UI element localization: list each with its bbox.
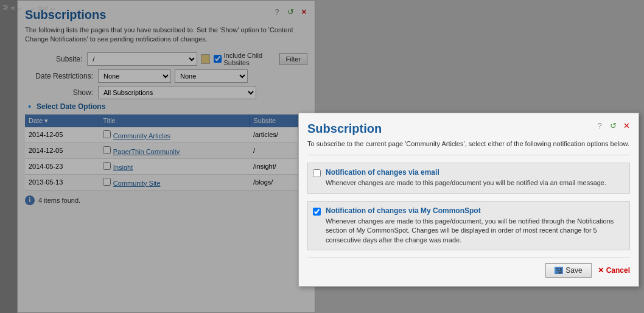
commonspot-notification-content: Notification of changes via My CommonSpo…	[326, 206, 625, 245]
cancel-x-icon: ✕	[598, 266, 604, 275]
commonspot-notification-title: Notification of changes via My CommonSpo…	[326, 206, 625, 215]
cancel-button[interactable]: ✕ Cancel	[598, 266, 630, 275]
email-notification-checkbox[interactable]	[313, 169, 321, 177]
modal-help-icon[interactable]: ?	[595, 121, 604, 130]
cancel-label: Cancel	[606, 266, 630, 275]
save-label: Save	[565, 266, 582, 275]
modal-close-icon[interactable]: ✕	[621, 121, 631, 130]
notification-option-email: Notification of changes via email Whenev…	[307, 163, 630, 193]
save-button[interactable]: 🖫 Save	[545, 263, 591, 278]
email-notification-content: Notification of changes via email Whenev…	[326, 168, 606, 188]
modal-refresh-icon[interactable]: ↺	[608, 121, 618, 130]
modal-icons: ? ↺ ✕	[595, 121, 631, 130]
notification-option-commonspot: Notification of changes via My CommonSpo…	[307, 201, 630, 250]
modal-description: To subscribe to the current page 'Commun…	[307, 139, 630, 149]
modal-footer: 🖫 Save ✕ Cancel	[307, 258, 630, 278]
email-notification-title: Notification of changes via email	[326, 168, 606, 177]
subscription-modal: ? ↺ ✕ Subscription To subscribe to the c…	[298, 113, 639, 287]
commonspot-notification-checkbox[interactable]	[313, 208, 321, 216]
save-icon: 🖫	[555, 267, 563, 274]
modal-divider	[307, 155, 630, 155]
email-notification-text: Whenever changes are made to this page/d…	[326, 178, 606, 188]
commonspot-notification-text: Whenever changes are made to this page/d…	[326, 217, 625, 245]
modal-title: Subscription	[307, 122, 630, 136]
